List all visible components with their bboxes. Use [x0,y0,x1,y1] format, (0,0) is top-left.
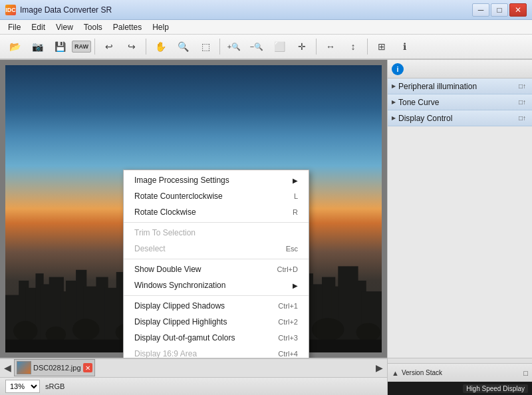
marquee-tool[interactable]: ⬚ [195,37,216,57]
expand-icon[interactable]: ▲ [392,369,399,377]
bottom-main: ◀ DSC02812.jpg ✕ ▶ 13% 25% 50% 100% sRGB [0,358,387,395]
cross-button[interactable]: ✛ [291,37,313,57]
flip-v-button[interactable]: ↕ [342,37,364,57]
flip-h-button[interactable]: ↔ [320,37,341,57]
tone-curve-label: Tone Curve [398,98,517,107]
filmstrip-nav-left[interactable]: ◀ [4,362,11,373]
ctx-display-169[interactable]: Display 16:9 Area Ctrl+4 [124,346,309,358]
minimize-button[interactable]: ─ [472,3,489,17]
menu-view[interactable]: View [51,21,78,33]
undo-button[interactable]: ↩ [98,37,120,57]
right-panel: i ▶ Peripheral illumination □↑ ▶ Tone Cu… [387,60,532,358]
ctx-clipped-highlights[interactable]: Display Clipped Highlights Ctrl+2 [124,314,309,330]
info-button[interactable]: ℹ [394,37,415,57]
fit-button[interactable]: ⬜ [269,37,290,57]
ctx-rotate-ccw[interactable]: Rotate Counterclockwise L [124,188,309,204]
high-speed-label: High Speed Display [463,384,528,393]
panel-info-icon: i [392,63,404,75]
separator-3 [219,39,220,55]
bottom-right-panel: ▲ Version Stack □ High Speed Display [387,358,532,395]
ctx-arrow-processing: ▶ [293,177,298,184]
display-control-label: Display Control [398,114,517,123]
separator-4 [316,39,317,55]
zoom-in-button[interactable]: +🔍 [223,37,245,57]
menu-tools[interactable]: Tools [78,21,108,33]
grid-button[interactable]: ⊞ [371,37,392,57]
separator-1 [94,39,95,55]
ctx-trim[interactable]: Trim To Selection [124,225,309,241]
triangle-icon: ▶ [392,83,396,89]
title-bar: IDC Image Data Converter SR ─ □ ✕ [0,0,532,20]
zoom-select[interactable]: 13% 25% 50% 100% [5,380,40,393]
version-stack-label: Version Stack [402,369,442,376]
zoom-tool[interactable]: 🔍 [172,37,194,57]
ctx-windows-sync[interactable]: Windows Synchronization ▶ [124,277,309,293]
raw-button[interactable]: RAW [72,41,91,53]
window-controls: ─ □ ✕ [472,3,527,17]
panel-bottom-icon[interactable]: □ [523,369,528,377]
menu-file[interactable]: File [3,21,26,33]
filmstrip: ◀ DSC02812.jpg ✕ ▶ [0,358,387,377]
triangle-icon-3: ▶ [392,115,396,121]
main-area: Image Processing Settings ▶ Rotate Count… [0,60,532,358]
separator-5 [367,39,368,55]
ctx-clipped-shadows[interactable]: Display Clipped Shadows Ctrl+1 [124,298,309,314]
ctx-deselect[interactable]: Deselect Esc [124,241,309,257]
hand-tool[interactable]: ✋ [150,37,171,57]
panel-section-btn-0[interactable]: □↑ [517,82,528,90]
svg-point-46 [312,318,344,341]
separator-2 [146,39,146,55]
svg-point-47 [356,323,380,342]
ctx-image-processing[interactable]: Image Processing Settings ▶ [124,172,309,188]
ctx-out-of-gamut[interactable]: Display Out-of-gamut Colors Ctrl+3 [124,330,309,346]
ctx-double-view[interactable]: Show Double View Ctrl+D [124,261,309,277]
color-profile-label: sRGB [45,382,65,390]
menu-edit[interactable]: Edit [26,21,51,33]
menu-bar: File Edit View Tools Palettes Help [0,20,532,35]
context-menu: Image Processing Settings ▶ Rotate Count… [123,170,309,358]
filmstrip-item[interactable]: DSC02812.jpg ✕ [14,359,95,376]
toolbar: 📂 📷 💾 RAW ↩ ↪ ✋ 🔍 ⬚ +🔍 −🔍 ⬜ ✛ ↔ ↕ ⊞ ℹ [0,35,532,60]
triangle-icon-2: ▶ [392,99,396,105]
high-speed-bar: High Speed Display [388,382,532,395]
bottom-area: ◀ DSC02812.jpg ✕ ▶ 13% 25% 50% 100% sRGB… [0,358,532,395]
ctx-separator-1 [124,222,309,223]
panel-header: i [388,60,532,78]
peripheral-illumination-label: Peripheral illumination [398,82,517,91]
window-title: Image Data Converter SR [20,5,112,15]
filmstrip-filename: DSC02812.jpg [33,364,81,372]
menu-help[interactable]: Help [147,21,174,33]
ctx-rotate-cw[interactable]: Rotate Clockwise R [124,204,309,220]
ctx-separator-3 [124,295,309,296]
close-button[interactable]: ✕ [509,3,527,17]
status-bar: 13% 25% 50% 100% sRGB [0,377,387,396]
right-panel-bottom: ▲ Version Stack □ [388,363,532,382]
title-bar-left: IDC Image Data Converter SR [5,5,112,15]
filmstrip-close-button[interactable]: ✕ [83,363,92,372]
image-canvas[interactable]: Image Processing Settings ▶ Rotate Count… [0,60,387,358]
panel-tone-curve[interactable]: ▶ Tone Curve □↑ [388,94,532,110]
maximize-button[interactable]: □ [491,3,508,17]
ctx-shortcut-l: L [294,192,298,200]
panel-display-control[interactable]: ▶ Display Control □↑ [388,110,532,126]
filmstrip-thumbnail [17,361,31,374]
app-icon: IDC [5,5,16,15]
camera-button[interactable]: 📷 [27,37,48,57]
panel-section-btn-1[interactable]: □↑ [517,98,528,106]
panel-peripheral-illumination[interactable]: ▶ Peripheral illumination □↑ [388,78,532,94]
redo-button[interactable]: ↪ [121,37,142,57]
open-button[interactable]: 📂 [4,37,25,57]
svg-point-38 [13,321,37,340]
menu-palettes[interactable]: Palettes [108,21,147,33]
save-button[interactable]: 💾 [49,37,70,57]
panel-section-btn-2[interactable]: □↑ [517,114,528,122]
zoom-out-button[interactable]: −🔍 [246,37,267,57]
ctx-separator-2 [124,259,309,259]
filmstrip-nav-right[interactable]: ▶ [376,362,383,373]
svg-point-40 [72,319,99,340]
ctx-shortcut-r: R [293,208,298,216]
